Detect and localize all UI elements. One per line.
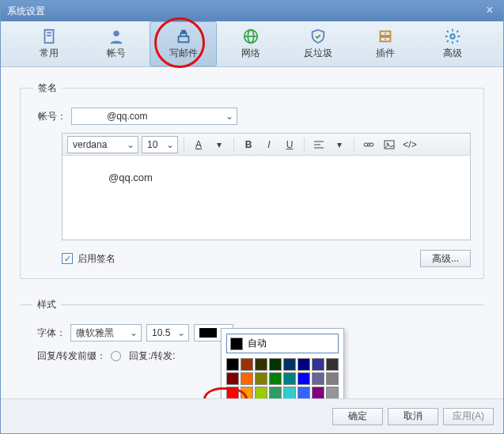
- color-swatch[interactable]: [283, 358, 296, 371]
- tab-label: 常用: [40, 47, 59, 60]
- font-size-select[interactable]: 10 ⌄: [142, 136, 178, 153]
- svg-rect-5: [182, 31, 185, 34]
- globe-icon: [242, 28, 260, 45]
- ok-button[interactable]: 确定: [332, 408, 383, 425]
- tab-plugins[interactable]: 插件: [351, 21, 419, 66]
- enable-signature-checkbox[interactable]: ✓: [62, 253, 73, 264]
- font-name-value: verdana: [73, 139, 107, 150]
- shield-icon: [309, 28, 327, 45]
- style-size-value: 10.5: [152, 327, 170, 338]
- underline-button[interactable]: U: [281, 137, 298, 153]
- signature-editor: verdana ⌄ 10 ⌄ A ▾ B I U: [62, 133, 471, 240]
- color-swatch[interactable]: [255, 387, 267, 398]
- compose-icon: [175, 28, 192, 45]
- user-icon: [108, 28, 125, 45]
- chevron-down-icon: ⌄: [225, 111, 233, 122]
- style-size-select[interactable]: 10.5 ⌄: [146, 324, 189, 342]
- style-font-value: 微软雅黑: [76, 326, 114, 340]
- color-swatch[interactable]: [255, 372, 267, 385]
- tab-label: 写邮件: [169, 47, 198, 60]
- image-button[interactable]: [381, 137, 398, 153]
- separator: [184, 138, 184, 152]
- color-picker-popup: 自动 更多: [221, 328, 344, 398]
- color-chip: [199, 328, 217, 338]
- font-name-select[interactable]: verdana ⌄: [67, 136, 138, 153]
- svg-point-3: [113, 31, 119, 36]
- tab-general[interactable]: 常用: [15, 21, 82, 66]
- color-swatch[interactable]: [312, 387, 324, 398]
- toolbar: 常用 帐号 写邮件 网络 反垃圾 插件 高级: [1, 21, 503, 67]
- image-icon: [384, 140, 395, 149]
- color-auto-row[interactable]: 自动: [226, 334, 339, 353]
- style-legend: 样式: [32, 298, 61, 311]
- tab-label: 帐号: [107, 47, 126, 60]
- color-swatch[interactable]: [269, 387, 282, 398]
- color-swatch[interactable]: [326, 358, 339, 371]
- font-label: 字体：: [37, 326, 66, 340]
- color-swatch[interactable]: [241, 387, 253, 398]
- color-swatch[interactable]: [226, 387, 239, 398]
- auto-label: 自动: [248, 337, 267, 350]
- tab-account[interactable]: 帐号: [82, 21, 150, 66]
- separator: [304, 138, 305, 152]
- svg-rect-4: [178, 36, 188, 42]
- tab-label: 反垃圾: [304, 47, 332, 60]
- link-icon: [363, 140, 374, 149]
- italic-button[interactable]: I: [260, 137, 278, 153]
- footer: 确定 取消 应用(A): [1, 398, 503, 433]
- body: 签名 帐号： @qq.com ⌄ verdana ⌄ 10 ⌄: [1, 67, 503, 398]
- color-swatch[interactable]: [326, 387, 339, 398]
- color-swatch[interactable]: [297, 387, 310, 398]
- editor-content[interactable]: @qq.com: [63, 156, 470, 240]
- chevron-down-icon: ⌄: [127, 139, 135, 150]
- reply-prefix-radio[interactable]: [111, 351, 121, 361]
- tab-advanced[interactable]: 高级: [419, 21, 486, 66]
- font-color-button[interactable]: A: [190, 137, 207, 153]
- window-title: 系统设置: [7, 5, 45, 18]
- color-swatch[interactable]: [241, 358, 253, 371]
- separator: [233, 138, 234, 152]
- color-swatch[interactable]: [283, 387, 296, 398]
- color-swatch[interactable]: [255, 358, 267, 371]
- advanced-button[interactable]: 高级...: [420, 250, 471, 267]
- tab-label: 网络: [241, 47, 260, 60]
- align-button[interactable]: [310, 137, 328, 153]
- bold-button[interactable]: B: [240, 137, 257, 153]
- signature-text: @qq.com: [77, 172, 153, 183]
- account-label: 帐号：: [38, 110, 66, 123]
- color-swatch[interactable]: [241, 372, 253, 385]
- color-swatch[interactable]: [297, 372, 310, 385]
- tab-network[interactable]: 网络: [217, 21, 284, 66]
- account-value: @qq.com: [77, 111, 148, 122]
- tab-antispam[interactable]: 反垃圾: [284, 21, 351, 66]
- apply-button[interactable]: 应用(A): [443, 408, 494, 425]
- cancel-button[interactable]: 取消: [388, 408, 438, 425]
- gear-icon: [444, 28, 461, 45]
- style-font-select[interactable]: 微软雅黑 ⌄: [70, 324, 142, 342]
- color-swatch[interactable]: [312, 358, 324, 371]
- link-button[interactable]: [360, 137, 377, 153]
- auto-swatch: [230, 338, 243, 350]
- titlebar: 系统设置 ×: [1, 1, 503, 21]
- color-swatch[interactable]: [269, 358, 282, 371]
- svg-point-13: [450, 34, 455, 39]
- drawer-icon: [377, 28, 394, 45]
- align-icon: [313, 140, 324, 149]
- color-swatch[interactable]: [226, 358, 239, 371]
- reply-prefix-label: 回复/转发前缀：: [37, 349, 106, 363]
- color-swatch[interactable]: [283, 372, 296, 385]
- account-select[interactable]: @qq.com ⌄: [71, 108, 237, 125]
- color-swatch[interactable]: [226, 372, 239, 385]
- chevron-down-icon: ⌄: [166, 139, 174, 150]
- color-swatch[interactable]: [297, 358, 310, 371]
- color-swatch[interactable]: [269, 372, 282, 385]
- signature-group: 签名 帐号： @qq.com ⌄ verdana ⌄ 10 ⌄: [20, 81, 484, 279]
- color-swatch[interactable]: [326, 372, 339, 385]
- enable-signature-label: 启用签名: [78, 252, 116, 266]
- chevron-down-icon[interactable]: ▾: [331, 137, 348, 153]
- chevron-down-icon[interactable]: ▾: [210, 137, 228, 153]
- color-swatch[interactable]: [312, 372, 324, 385]
- tab-compose[interactable]: 写邮件: [150, 21, 217, 66]
- code-button[interactable]: </>: [401, 137, 419, 153]
- close-icon[interactable]: ×: [481, 2, 498, 20]
